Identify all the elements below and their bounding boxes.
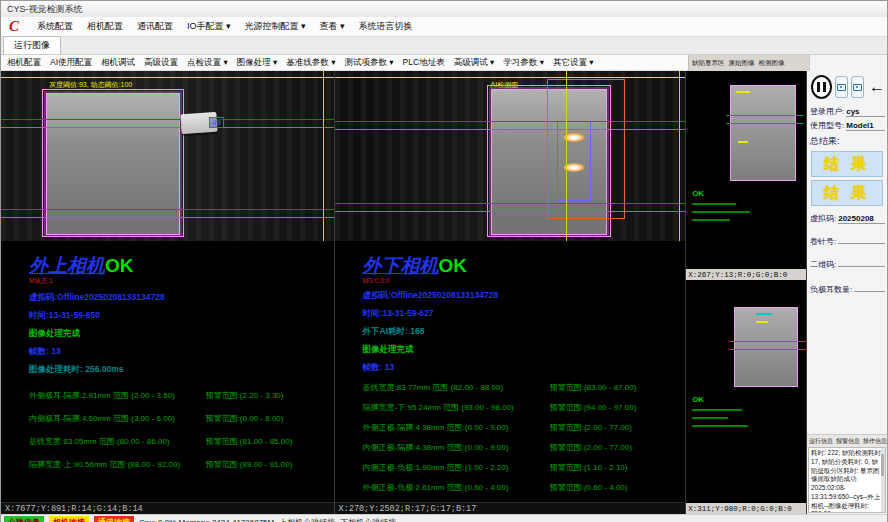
run-log-box[interactable]: 耗时: 222, 缺陷检测耗时: 17, 缺陷分类耗时: 0, 缺陷提取分区耗时… (808, 447, 886, 513)
tool-advanced-debug[interactable]: 高级调试 ▾ (454, 57, 495, 69)
measurement-list: 基线宽度:83.77mm 范围:(82.00 - 88.00) 预警范围:(83… (363, 382, 686, 493)
measurement-row: 隔膜宽度-上:90.56mm 范围:(88.00 - 92.00) 预警范围:(… (29, 459, 334, 470)
login-user-input[interactable]: cys (846, 107, 885, 117)
tool-camera-debug[interactable]: 相机调试 (101, 57, 135, 69)
mini-cyan-mark (756, 313, 772, 315)
mini-yellow-mark (738, 141, 748, 143)
process-done-line: 图像处理完成 (363, 344, 686, 356)
measure-line-green (1, 217, 334, 218)
cursor-coordinates-bottom: X:270;Y:2502;R:17;G:17;B:17 (335, 502, 686, 514)
tab-detect-image[interactable]: 检测图像 (759, 59, 785, 68)
measure-value: 隔膜宽度-下:95.24mm 范围:(93.00 - 98.00) (363, 402, 550, 413)
camera-image-bottom[interactable]: AI检测图 (335, 71, 686, 241)
sidebar-spacer (807, 295, 887, 434)
cpu-memory-status: Cpu: 0.0% Memory: 3424.41796875M (139, 518, 274, 522)
model-label: 使用型号: (810, 120, 844, 131)
anode-count-input[interactable] (854, 283, 885, 292)
ok-status: OK (105, 255, 134, 276)
yellow-separator-line (323, 71, 324, 241)
anode-count-field: 负极耳数量: (807, 280, 887, 295)
battery-cell-region (46, 93, 180, 235)
tab-operate-info[interactable]: 操作信息 (863, 437, 887, 446)
defect-thumb-bottom[interactable]: OK X:311;Y:980;R:0;G:0;B:0 (686, 283, 806, 514)
measure-line-green (335, 129, 686, 130)
tool-image-process[interactable]: 图像处理 ▾ (237, 57, 278, 69)
menu-system-config[interactable]: 系统配置 (37, 20, 73, 33)
menu-comm-config[interactable]: 通讯配置 (137, 20, 173, 33)
comm-link-badge: 通讯连接 (94, 516, 134, 522)
warn-range: 预警范围:(0.00 - 8.00) (206, 413, 284, 424)
login-user-label: 登录用户: (810, 106, 844, 117)
camera-bottom-button[interactable] (851, 76, 864, 98)
warn-range: 预警范围:(89.00 - 91.00) (206, 459, 293, 470)
log-scrollbar[interactable] (881, 448, 885, 512)
tool-plc-table[interactable]: PLC地址表 (403, 57, 445, 69)
back-arrow-icon[interactable]: ← (869, 78, 885, 96)
tool-other-settings[interactable]: 其它设置 ▾ (553, 57, 594, 69)
app-logo-icon: C (5, 18, 23, 35)
camera-view-outer-top: 灰度阈值:93, 动态阈值:100 48 外上相机OK M状态:1 虚拟码:Of… (1, 71, 335, 514)
sidebar-top-fill (809, 55, 887, 71)
measure-value: 基线宽度:83.05mm 范围:(80.00 - 86.00) (29, 436, 206, 447)
yellow-guide-line (1, 77, 334, 78)
tool-ai-usage[interactable]: AI使用配置 (50, 57, 92, 69)
main-area: 灰度阈值:93, 动态阈值:100 48 外上相机OK M状态:1 虚拟码:Of… (1, 71, 887, 514)
tool-advanced-settings[interactable]: 高级设置 (144, 57, 178, 69)
tool-baseline-params[interactable]: 基准线参数 ▾ (286, 57, 335, 69)
menu-language-switch[interactable]: 系统语言切换 (359, 20, 413, 33)
tab-alarm-info[interactable]: 报警信息 (836, 437, 860, 446)
pause-button[interactable] (811, 75, 832, 99)
menu-light-config[interactable]: 光源控制配置 ▾ (245, 20, 306, 33)
camera-top-button[interactable] (835, 76, 848, 98)
virtual-code-value[interactable]: 20250208 (838, 214, 885, 224)
process-done-line: 图像处理完成 (29, 328, 334, 340)
measure-line-green (335, 211, 686, 212)
tab-run-image[interactable]: 运行图像 (3, 36, 61, 54)
measurement-row: 隔膜宽度-下:95.24mm 范围:(93.00 - 98.00) 预警范围:(… (363, 402, 686, 413)
camera-name: 外上相机 (29, 255, 105, 276)
tab-raw-image[interactable]: 原始图像 (729, 59, 755, 68)
warn-range: 预警范围:(83.00 - 87.00) (550, 382, 637, 393)
camera-icon (853, 84, 862, 91)
menu-camera-config[interactable]: 相机配置 (87, 20, 123, 33)
measure-line-green (1, 127, 334, 128)
warn-range: 预警范围:(0.60 - 4.00) (550, 482, 628, 493)
time-line: 时间:13-31-59-627 (363, 308, 686, 320)
result-box-top: 结 果 (811, 151, 883, 177)
yellow-guide-line (335, 77, 686, 78)
warn-range: 预警范围:(2.20 - 3.30) (206, 390, 284, 401)
virtual-code-field: 虚拟码: 20250208 (807, 210, 887, 224)
warn-range: 预警范围:(81.00 - 85.00) (206, 436, 293, 447)
tab-run-info[interactable]: 运行信息 (809, 437, 833, 446)
mini-ok-status: OK (692, 189, 704, 198)
camera-image-top[interactable]: 灰度阈值:93, 动态阈值:100 48 (1, 71, 334, 241)
tab-defect-area[interactable]: 缺陷显示区 (692, 59, 725, 68)
measure-value: 外侧正极-隔膜:4.38mm 范围:(0.00 - 9.00) (363, 422, 550, 433)
top-camera-heartbeat-link[interactable]: 上相机心跳链接 (279, 517, 335, 522)
measure-value: 隔膜宽度-上:90.56mm 范围:(88.00 - 92.00) (29, 459, 206, 470)
qr-input[interactable] (838, 258, 885, 267)
menu-io-config[interactable]: IO手配置 ▾ (187, 20, 231, 33)
tool-test-params[interactable]: 测试项参数 ▾ (344, 57, 393, 69)
mini-text-line (692, 219, 730, 221)
threshold-overlay-label: 灰度阈值:93, 动态阈值:100 (49, 80, 132, 90)
defect-thumb-top[interactable]: OK X:267;Y:13;R:0;G:0;B:0 (686, 71, 806, 280)
mini-text-line (692, 211, 750, 213)
camera-icon (837, 84, 846, 91)
needle-input[interactable] (838, 235, 885, 244)
measure-line-green (1, 119, 334, 120)
measure-line-green (335, 121, 686, 122)
measurement-row: 内侧正极-隔膜:4.38mm 范围:(0.00 - 9.00) 预警范围:(2.… (363, 442, 686, 453)
warn-range: 预警范围:(2.00 - 77.00) (550, 422, 632, 433)
measurement-row: 外侧正极-隔膜:4.38mm 范围:(0.00 - 9.00) 预警范围:(2.… (363, 422, 686, 433)
head-band: 相机配置 AI使用配置 相机调试 高级设置 点检设置 ▾ 图像处理 ▾ 基准线参… (1, 55, 887, 71)
camera-result-title: 外上相机OK (29, 253, 334, 279)
process-time-line: 图像处理耗时: 256.00ms (29, 364, 334, 376)
tool-learn-params[interactable]: 学习参数 ▾ (503, 57, 544, 69)
menu-view[interactable]: 查看 ▾ (320, 20, 345, 33)
tool-spotcheck[interactable]: 点检设置 ▾ (187, 57, 228, 69)
measurement-row: 外侧正极-负极:2.61mm 范围:(0.60 - 4.00) 预警范围:(0.… (363, 482, 686, 493)
model-input[interactable]: Model1 (846, 121, 885, 131)
tool-camera-config[interactable]: 相机配置 (7, 57, 41, 69)
bottom-camera-heartbeat-link[interactable]: 下相机心跳链接 (340, 517, 396, 522)
